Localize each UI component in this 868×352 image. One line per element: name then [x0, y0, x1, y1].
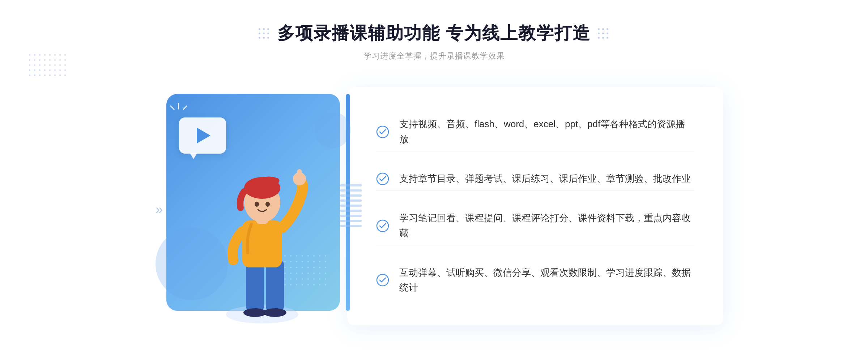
svg-rect-2	[266, 260, 284, 311]
play-icon	[197, 128, 210, 143]
svg-rect-1	[246, 260, 264, 311]
deco-circle-small	[315, 112, 351, 148]
svg-point-15	[377, 220, 388, 232]
header-section: 多项录播课辅助功能 专为线上教学打造 学习进度全掌握，提升录播课教学效果	[259, 22, 609, 61]
feature-text-4: 互动弹幕、试听购买、微信分享、观看次数限制、学习进度跟踪、数据统计	[399, 265, 694, 295]
svg-point-12	[265, 202, 270, 207]
main-title: 多项录播课辅助功能 专为线上教学打造	[277, 22, 590, 45]
feature-text-2: 支持章节目录、弹题考试、课后练习、课后作业、章节测验、批改作业	[399, 171, 691, 186]
header-title-wrapper: 多项录播课辅助功能 专为线上教学打造	[259, 22, 609, 45]
svg-point-13	[377, 126, 388, 138]
check-icon-3	[376, 219, 389, 232]
sub-title: 学习进度全掌握，提升录播课教学效果	[363, 51, 505, 61]
striped-decoration	[340, 184, 362, 228]
features-area: 支持视频、音频、flash、word、excel、ppt、pdf等各种格式的资源…	[347, 87, 723, 325]
illustration-area	[145, 83, 354, 329]
feature-text-1: 支持视频、音频、flash、word、excel、ppt、pdf等各种格式的资源…	[399, 117, 694, 147]
svg-point-4	[263, 308, 286, 317]
feature-item-1: 支持视频、音频、flash、word、excel、ppt、pdf等各种格式的资源…	[376, 112, 694, 151]
check-icon-1	[376, 125, 389, 138]
content-area: »	[145, 80, 723, 340]
svg-rect-7	[297, 169, 302, 180]
svg-point-16	[377, 274, 388, 286]
feature-item-3: 学习笔记回看、课程提问、课程评论打分、课件资料下载，重点内容收藏	[376, 206, 694, 245]
feature-item-4: 互动弹幕、试听购买、微信分享、观看次数限制、学习进度跟踪、数据统计	[376, 261, 694, 300]
feature-text-3: 学习笔记回看、课程提问、课程评论打分、课件资料下载，重点内容收藏	[399, 211, 694, 241]
header-dots-left	[259, 28, 270, 39]
svg-point-3	[243, 308, 267, 317]
svg-point-14	[377, 173, 388, 185]
bg-dots-top-left	[29, 54, 68, 103]
character-figure	[199, 148, 326, 329]
check-icon-2	[376, 172, 389, 185]
check-icon-4	[376, 274, 389, 287]
header-dots-right	[598, 28, 609, 39]
page-container: 多项录播课辅助功能 专为线上教学打造 学习进度全掌握，提升录播课教学效果 »	[0, 0, 868, 352]
feature-item-2: 支持章节目录、弹题考试、课后练习、课后作业、章节测验、批改作业	[376, 167, 694, 191]
svg-point-11	[255, 202, 259, 207]
light-rays	[170, 103, 192, 125]
